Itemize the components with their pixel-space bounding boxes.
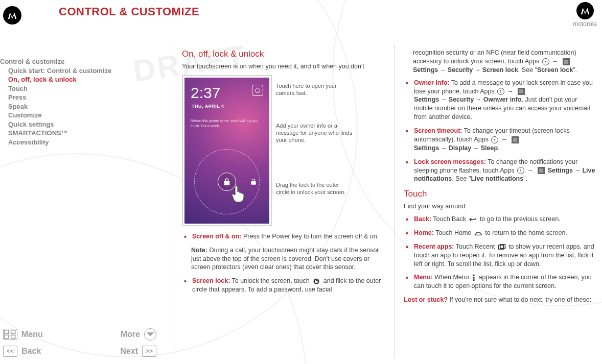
page-title: CONTROL & CUSTOMIZE	[59, 5, 199, 18]
annotation-drag: Drag the lock to the outer circle to unl…	[276, 181, 353, 196]
bullet-recent: Recent apps: Touch Recent to show your r…	[405, 242, 597, 269]
intro-text: Your touchscreen is on when you need it,…	[182, 62, 386, 71]
bullet-menu: Menu: When Menu appears in the corner of…	[405, 273, 597, 290]
apps-icon	[497, 88, 504, 95]
toc-item[interactable]: SMARTACTIONS™	[0, 129, 133, 138]
back-button[interactable]: << Back	[3, 346, 41, 357]
annotation-camera: Touch here to open your camera fast.	[276, 82, 353, 97]
owner-message: Return this phone to me, and I will buy …	[184, 109, 269, 128]
svg-rect-7	[473, 275, 475, 276]
settings-icon	[512, 136, 519, 143]
apps-icon	[542, 58, 549, 65]
bottom-nav: Menu More << Back Next >>	[3, 323, 156, 357]
motorola-logo-icon	[3, 6, 21, 25]
back-label: Back	[21, 347, 41, 356]
svg-rect-0	[5, 330, 9, 334]
phone-mockup: 2:37 THU, APRIL 4 Return this phone to m…	[182, 75, 272, 226]
annotation-owner: Add your owner info or a message for any…	[276, 122, 353, 144]
toc-item[interactable]: Press	[0, 93, 133, 102]
bullet-screen-timeout: Screen timeout: To change your timeout (…	[405, 127, 597, 153]
more-button[interactable]: More	[121, 328, 156, 341]
camera-icon	[252, 85, 263, 96]
hand-pointer-icon	[229, 183, 250, 203]
svg-rect-2	[5, 335, 9, 339]
next-button[interactable]: Next >>	[120, 346, 156, 357]
toc-item[interactable]: Touch	[0, 84, 133, 93]
toc-item[interactable]: Accessibility	[0, 138, 133, 147]
content-column-2: recognition security or an NFC (near fie…	[404, 48, 597, 308]
back-icon: <<	[3, 346, 17, 357]
heading-onoff: On, off, lock & unlock	[182, 48, 386, 60]
toc-item[interactable]: Quick start: Control & customize	[0, 66, 133, 76]
next-icon: >>	[142, 346, 156, 357]
bullet-lock-messages: Lock screen messages: To change the noti…	[405, 158, 597, 184]
lock-inline-icon	[312, 278, 320, 284]
recent-nav-icon	[498, 244, 506, 250]
next-label: Next	[120, 347, 138, 356]
divider	[395, 45, 395, 358]
svg-rect-9	[473, 279, 475, 281]
bullet-back: Back: Touch Back to go to the previous s…	[405, 215, 597, 224]
toc-item-active[interactable]: On, off, lock & unlock	[0, 75, 133, 84]
bullet-home: Home: Touch Home to return to the home s…	[405, 229, 597, 237]
bullet-screen-lock: Screen lock: To unlock the screen, touch…	[183, 277, 386, 294]
motorola-brand: motorola	[573, 2, 597, 28]
back-nav-icon	[469, 216, 477, 223]
note-sensor: Note: During a call, your touchscreen mi…	[191, 246, 386, 272]
toc-item[interactable]: Quick settings	[0, 120, 133, 129]
svg-rect-3	[11, 335, 15, 339]
svg-rect-8	[473, 277, 475, 279]
annotations: Touch here to open your camera fast. Add…	[276, 75, 386, 226]
settings-icon	[563, 58, 570, 65]
settings-icon	[518, 88, 525, 95]
more-label: More	[121, 330, 140, 339]
lost-stuck: Lost or stuck? If you're not sure what t…	[404, 296, 597, 304]
settings-icon	[538, 167, 545, 174]
toc-item[interactable]: Speak	[0, 102, 133, 111]
apps-icon	[491, 136, 498, 143]
grid-icon	[3, 329, 17, 340]
chevron-down-icon	[144, 328, 156, 341]
menu-button[interactable]: Menu	[3, 329, 43, 340]
sidebar-toc: Control & customize Quick start: Control…	[0, 57, 133, 147]
content-column-1: On, off, lock & unlock Your touchscreen …	[182, 48, 386, 299]
home-nav-icon	[474, 230, 482, 236]
toc-item[interactable]: Customize	[0, 111, 133, 120]
unlock-icon	[250, 178, 257, 185]
bullet-screen-off: Screen off & on: Press the Power key to …	[183, 232, 386, 241]
toc-item[interactable]: Control & customize	[0, 57, 133, 66]
screenlock-continuation: recognition security or an NFC (near fie…	[404, 48, 597, 75]
lock-ring	[194, 149, 260, 214]
bullet-owner-info: Owner info: To add a message to your loc…	[405, 79, 597, 122]
svg-rect-1	[11, 330, 15, 334]
clock-date: THU, APRIL 4	[184, 103, 269, 109]
apps-icon	[517, 167, 524, 174]
touch-intro: Find your way around:	[404, 202, 597, 211]
menu-label: Menu	[21, 330, 43, 339]
overflow-menu-icon	[472, 274, 476, 281]
divider	[172, 45, 172, 358]
heading-touch: Touch	[404, 188, 597, 200]
